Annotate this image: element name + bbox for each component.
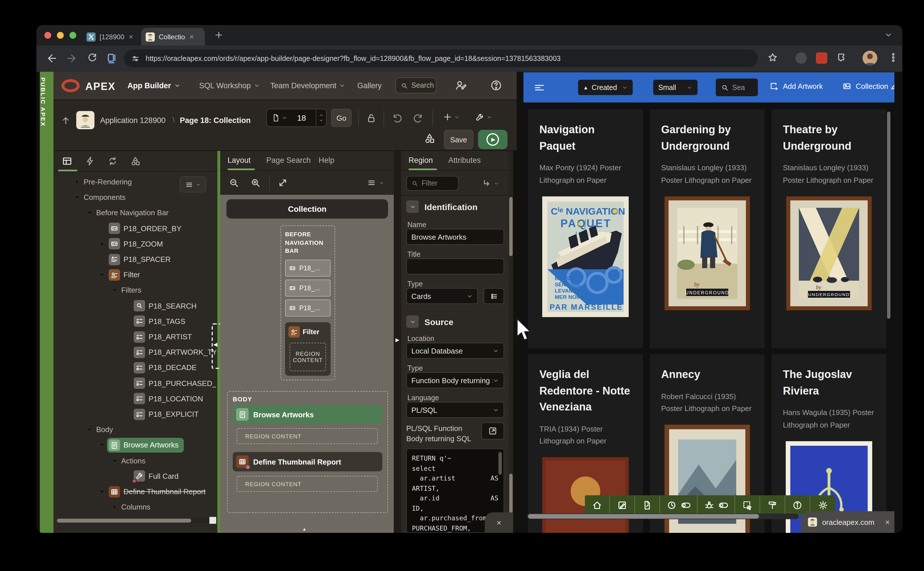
nav-team-development[interactable]: Team Development — [270, 82, 346, 90]
undo-icon[interactable] — [391, 112, 403, 124]
back-button[interactable] — [46, 52, 57, 64]
tree-chevron-icon[interactable] — [99, 241, 107, 247]
tab-close-icon[interactable]: × — [129, 32, 133, 41]
shared-components-icon[interactable] — [423, 132, 436, 145]
nav-gallery[interactable]: Gallery — [357, 82, 382, 90]
apex-extension-icon[interactable] — [816, 52, 827, 64]
panel-vscrollbar[interactable] — [509, 151, 513, 533]
tree-item-p18-tags[interactable]: P18_TAGS — [54, 314, 216, 329]
canvas-filter-region[interactable]: Filter REGION CONTENT — [285, 322, 331, 376]
tree-item-body[interactable]: P18_PURCHASED_FROM — [132, 376, 216, 390]
goto-group-button[interactable] — [481, 178, 499, 188]
nav-app-builder[interactable]: App Builder — [128, 82, 180, 90]
tree-item-p18-zoom[interactable]: P18_ZOOM — [54, 236, 216, 252]
canvas-page-item[interactable]: P18_... — [285, 279, 331, 296]
artwork-card[interactable]: Gardening by UndergroundStanislaus Longl… — [650, 109, 765, 349]
tab-shared-components-icon[interactable] — [130, 156, 141, 167]
tab-close-icon[interactable]: × — [189, 32, 194, 41]
expand-icon[interactable] — [277, 177, 288, 188]
canvas-page-title[interactable]: Collection — [226, 199, 388, 219]
utilities-menu-button[interactable] — [474, 112, 492, 122]
user-admin-icon[interactable] — [454, 79, 467, 92]
browser-tab-2[interactable]: Collectio × — [141, 28, 205, 46]
tree-chevron-icon[interactable] — [111, 504, 120, 510]
tree-item-p18-location[interactable]: P18_LOCATION — [54, 391, 216, 406]
tree-item-body[interactable]: Body — [94, 424, 118, 435]
lock-open-icon[interactable] — [365, 112, 377, 124]
tab-layout[interactable]: Layout — [228, 156, 251, 165]
tab-region[interactable]: Region — [408, 156, 433, 165]
nav-sql-workshop[interactable]: SQL Workshop — [199, 82, 260, 90]
zoom-in-icon[interactable] — [250, 177, 261, 188]
tree-item-body[interactable]: Before Navigation Bar — [94, 207, 174, 219]
clipped-edit-icon[interactable] — [890, 82, 895, 91]
devtoolbar-roller-button[interactable] — [760, 495, 785, 515]
tab-attributes[interactable]: Attributes — [448, 156, 481, 165]
size-select[interactable]: Small — [653, 80, 698, 95]
tree-item-columns[interactable]: Columns — [54, 499, 216, 515]
tree-item-selected[interactable]: Browse Artworks — [107, 438, 184, 452]
canvas-thumbnail-region[interactable]: Define Thumbnail Report — [233, 452, 382, 471]
tree-item-body[interactable]: P18_SEARCH — [132, 298, 202, 313]
redo-icon[interactable] — [412, 112, 424, 124]
tree-chevron-icon[interactable] — [74, 179, 82, 185]
tree-item-p18-artist[interactable]: P18_ARTIST — [54, 329, 216, 344]
tab-help[interactable]: Help — [319, 156, 334, 165]
tree-hscrollbar[interactable] — [57, 518, 214, 523]
tree-item-body[interactable]: P18_ARTWORK_TYPE — [132, 345, 216, 360]
site-settings-icon[interactable] — [131, 54, 140, 63]
canvas-page-item[interactable]: P18_... — [285, 259, 331, 277]
header-search-button[interactable]: Search — [396, 77, 436, 93]
tree-item-browse-artworks[interactable]: Browse Artworks — [54, 437, 216, 453]
collapse-section-icon[interactable] — [406, 201, 419, 213]
tree-chevron-icon[interactable] — [111, 287, 120, 293]
tree-chevron-icon[interactable] — [86, 426, 94, 433]
tree-item-p18-decade[interactable]: P18_DECADE — [54, 360, 216, 375]
type-picker-button[interactable] — [484, 288, 504, 304]
preview-hscrollbar[interactable] — [527, 514, 799, 519]
preview-menu-icon[interactable] — [534, 82, 545, 93]
tree-item-components[interactable]: Components — [54, 190, 216, 205]
tree-chevron-icon[interactable] — [99, 442, 107, 448]
source-type-select[interactable]: Function Body returning S — [406, 372, 504, 388]
tree-item-body[interactable]: P18_SPACER — [107, 252, 176, 267]
source-section-header[interactable]: Source — [406, 315, 453, 328]
new-tab-button[interactable] — [214, 30, 223, 40]
devtoolbar-pageEdit-button[interactable] — [610, 495, 635, 515]
tree-item-body[interactable]: Define Thumbnail Report — [107, 484, 211, 499]
tree-item-body[interactable]: Filters — [120, 284, 146, 296]
tree-chevron-icon[interactable] — [99, 272, 107, 278]
splitter-up-handle[interactable]: ▲ — [302, 526, 306, 532]
tree-item-body[interactable]: Components — [82, 191, 131, 203]
tree-chevron-icon[interactable] — [86, 210, 94, 216]
up-to-app-icon[interactable] — [60, 115, 71, 126]
tree-item-filters[interactable]: Filters — [54, 282, 216, 298]
forward-button[interactable] — [66, 52, 78, 64]
go-button[interactable]: Go — [331, 109, 352, 127]
devtoolbar-home-button[interactable] — [585, 495, 610, 515]
card-artwork-image[interactable]: byUNDERGROUND — [786, 196, 872, 310]
tree-item-body[interactable]: Full Card — [132, 469, 184, 484]
property-filter-input[interactable]: Filter — [406, 176, 459, 191]
tree-item-full-card[interactable]: Full Card — [54, 469, 216, 484]
collection-button[interactable]: Collection — [842, 82, 888, 91]
devtoolbar-history-button[interactable] — [660, 495, 698, 515]
tree-item-body[interactable]: P18_DECADE — [132, 360, 202, 375]
collapse-left-arrow-icon[interactable]: ◀ — [213, 341, 217, 347]
card-artwork-image[interactable]: Cⁱᵉ NAVIGATIONPAQUETMAROCSÉNÉGALLEVANT &… — [542, 196, 629, 317]
bookmark-star-icon[interactable] — [767, 52, 778, 63]
tree-item-body[interactable]: P18_ZOOM — [107, 236, 168, 252]
tab-processing-icon[interactable] — [107, 156, 119, 167]
tree-item-p18-purchased-from[interactable]: P18_PURCHASED_FROM — [54, 375, 216, 391]
add-artwork-button[interactable]: Add Artwork — [769, 82, 823, 91]
card-artwork-image[interactable]: byUNDERGROUND — [665, 196, 750, 310]
canvas-browse-artworks-region[interactable]: Browse Artworks — [233, 405, 382, 424]
layout-menu-button[interactable] — [367, 178, 384, 187]
tree-item-body[interactable]: P18_ORDER_BY — [107, 221, 186, 236]
collapse-right-arrow-icon[interactable]: ▶ — [396, 337, 399, 343]
devtoolbar-fileEdit-button[interactable] — [635, 495, 660, 515]
tree-item-body[interactable]: P18_LOCATION — [132, 391, 208, 406]
address-bar[interactable]: https://oracleapex.com/ords/r/apex/app-b… — [124, 49, 758, 67]
tree-chevron-icon[interactable] — [111, 457, 120, 464]
tree-item-filter[interactable]: Filter — [54, 267, 216, 282]
